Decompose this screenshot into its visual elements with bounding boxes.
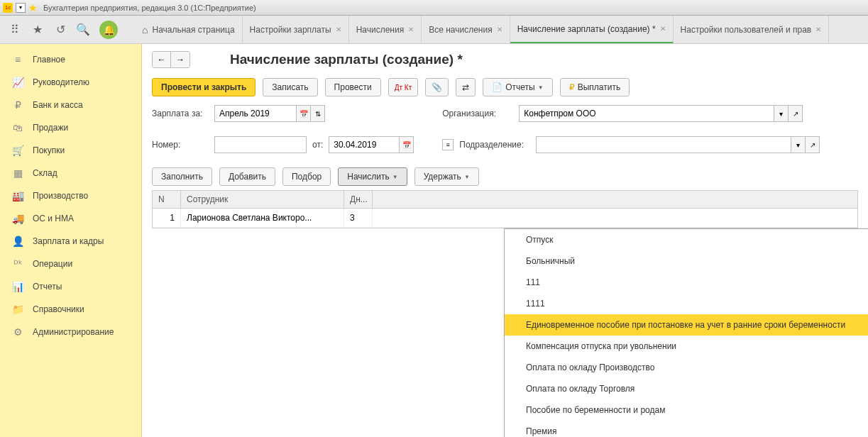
chevron-down-icon[interactable]: ▾	[791, 136, 806, 153]
sidebar-item-warehouse[interactable]: ▦Склад	[0, 162, 141, 184]
app-icon: 1c	[3, 3, 13, 13]
sidebar-item-bank[interactable]: ₽Банк и касса	[0, 94, 141, 116]
calendar-icon[interactable]: 📅	[297, 105, 311, 122]
notifications-icon[interactable]: 🔔	[99, 21, 118, 39]
sidebar-label: Банк и касса	[33, 100, 83, 110]
person-icon: 👤	[11, 236, 24, 247]
chevron-down-icon: ▼	[392, 174, 398, 180]
menu-item-maternity[interactable]: Пособие по беременности и родам	[505, 399, 868, 421]
salary-for-label: Зарплата за:	[152, 109, 209, 118]
cart-icon: 🛒	[11, 145, 24, 156]
dtkt-button[interactable]: Дт Кт	[388, 78, 419, 96]
tab-settings-salary[interactable]: Настройки зарплаты ✕	[243, 16, 349, 43]
accrue-button[interactable]: Начислить ▼	[338, 167, 407, 186]
sidebar-item-catalogs[interactable]: 📁Справочники	[0, 298, 141, 321]
hierarchy-button[interactable]: ⇄	[456, 78, 476, 96]
withhold-button[interactable]: Удержать ▼	[414, 167, 479, 186]
search-icon[interactable]: 🔍	[77, 23, 89, 36]
tab-home[interactable]: ⌂ Начальная страница	[135, 16, 243, 43]
menu-item-salary-trade[interactable]: Оплата по окладу Торговля	[505, 378, 868, 399]
menu-item-pregnancy-benefit[interactable]: Единовременное пособие при постановке на…	[505, 314, 868, 336]
clip-icon: 📎	[432, 82, 442, 92]
close-icon[interactable]: ✕	[497, 26, 502, 33]
number-input[interactable]	[214, 136, 307, 153]
menu-item-sick[interactable]: Больничный	[505, 250, 868, 272]
page-title: Начисление зарплаты (создание) *	[230, 52, 463, 67]
tab-accruals[interactable]: Начисления ✕	[349, 16, 422, 43]
sidebar-label: Продажи	[33, 123, 68, 133]
app-menu-dropdown[interactable]: ▾	[16, 3, 26, 13]
menu-item-1111[interactable]: 1111	[505, 293, 868, 314]
dtkt-icon: Дт Кт	[395, 84, 412, 92]
apps-icon[interactable]: ⠿	[9, 23, 21, 36]
calendar-icon[interactable]: 📅	[400, 136, 414, 153]
form-section: Зарплата за: Апрель 2019 📅 ⇅ Номер: от: …	[152, 105, 858, 160]
spinner-icon[interactable]: ⇅	[311, 105, 325, 122]
reports-button[interactable]: 📄Отчеты▼	[483, 78, 552, 96]
sidebar-item-reports[interactable]: 📊Отчеты	[0, 275, 141, 298]
accrue-dropdown-menu: Отпуск Больничный 111 1111 Единовременно…	[504, 228, 868, 437]
sidebar-item-admin[interactable]: ⚙Администрирование	[0, 321, 141, 343]
sidebar-item-salary[interactable]: 👤Зарплата и кадры	[0, 230, 141, 253]
month-input[interactable]: Апрель 2019	[214, 105, 297, 122]
employees-table: N Сотрудник Дн... 1 Ларионова Светлана В…	[152, 190, 858, 228]
ruble-icon: ₽	[569, 82, 575, 92]
tab-user-settings[interactable]: Настройки пользователей и прав ✕	[674, 16, 830, 43]
post-button[interactable]: Провести	[325, 78, 381, 96]
menu-item-111[interactable]: 111	[505, 272, 868, 293]
tab-label: Все начисления	[429, 25, 493, 35]
sidebar-item-assets[interactable]: 🚚ОС и НМА	[0, 207, 141, 230]
window-title: Бухгалтерия предприятия, редакция 3.0 (1…	[43, 4, 256, 12]
chevron-down-icon[interactable]: ▾	[774, 105, 789, 122]
add-button[interactable]: Добавить	[219, 167, 275, 186]
sidebar-item-sales[interactable]: 🛍Продажи	[0, 116, 141, 139]
sidebar-item-manager[interactable]: 📈Руководителю	[0, 71, 141, 94]
fill-button[interactable]: Заполнить	[152, 167, 212, 186]
pay-button[interactable]: ₽Выплатить	[560, 78, 630, 96]
dept-input[interactable]	[536, 136, 791, 153]
date-input[interactable]: 30.04.2019	[329, 136, 400, 153]
sidebar-item-main[interactable]: ≡Главное	[0, 48, 141, 71]
history-icon[interactable]: ↺	[54, 23, 67, 36]
sidebar-item-operations[interactable]: ᴰᵏОперации	[0, 253, 141, 275]
dept-label: Подразделение:	[459, 140, 530, 150]
close-icon[interactable]: ✕	[408, 26, 414, 33]
window-titlebar: 1c ▾ ★ Бухгалтерия предприятия, редакция…	[0, 0, 868, 16]
org-input[interactable]: Конфетпром ООО	[519, 105, 774, 122]
chart-icon: 📈	[11, 77, 24, 88]
col-n: N	[153, 191, 181, 208]
favorite-icon[interactable]: ★	[28, 2, 38, 13]
menu-item-salary-prod[interactable]: Оплата по окладу Производство	[505, 357, 868, 378]
tab-all-accruals[interactable]: Все начисления ✕	[422, 16, 510, 43]
content-area: ← → Начисление зарплаты (создание) * Про…	[142, 44, 868, 437]
forward-button[interactable]: →	[171, 52, 189, 67]
truck-icon: 🚚	[11, 213, 24, 224]
close-icon[interactable]: ✕	[336, 26, 341, 33]
chevron-down-icon: ▼	[538, 84, 544, 91]
menu-item-vacation[interactable]: Отпуск	[505, 229, 868, 250]
back-button[interactable]: ←	[153, 52, 171, 67]
tree-icon: ⇄	[462, 82, 469, 92]
post-close-button[interactable]: Провести и закрыть	[152, 78, 256, 96]
table-row[interactable]: 1 Ларионова Светлана Викторо... 3	[153, 209, 857, 228]
attach-button[interactable]: 📎	[425, 78, 449, 96]
pick-button[interactable]: Подбор	[282, 167, 331, 186]
tab-bar: ⌂ Начальная страница Настройки зарплаты …	[135, 16, 829, 43]
sidebar-item-production[interactable]: 🏭Производство	[0, 184, 141, 207]
sidebar-label: ОС и НМА	[33, 214, 74, 223]
open-icon[interactable]: ↗	[789, 105, 803, 122]
sidebar-label: Администрирование	[33, 327, 114, 337]
gear-icon: ⚙	[11, 326, 24, 338]
star-icon[interactable]: ★	[31, 23, 44, 36]
list-icon[interactable]: ≡	[442, 139, 454, 150]
save-button[interactable]: Записать	[263, 78, 317, 96]
menu-item-comp-vacation[interactable]: Компенсация отпуска при увольнении	[505, 336, 868, 357]
close-icon[interactable]: ✕	[815, 26, 821, 33]
col-employee: Сотрудник	[181, 191, 344, 208]
number-label: Номер:	[152, 140, 209, 150]
close-icon[interactable]: ✕	[660, 25, 666, 33]
tab-salary-create[interactable]: Начисление зарплаты (создание) * ✕	[510, 16, 674, 43]
sidebar-item-purchases[interactable]: 🛒Покупки	[0, 139, 141, 162]
open-icon[interactable]: ↗	[806, 136, 820, 153]
menu-item-bonus[interactable]: Премия	[505, 421, 868, 437]
